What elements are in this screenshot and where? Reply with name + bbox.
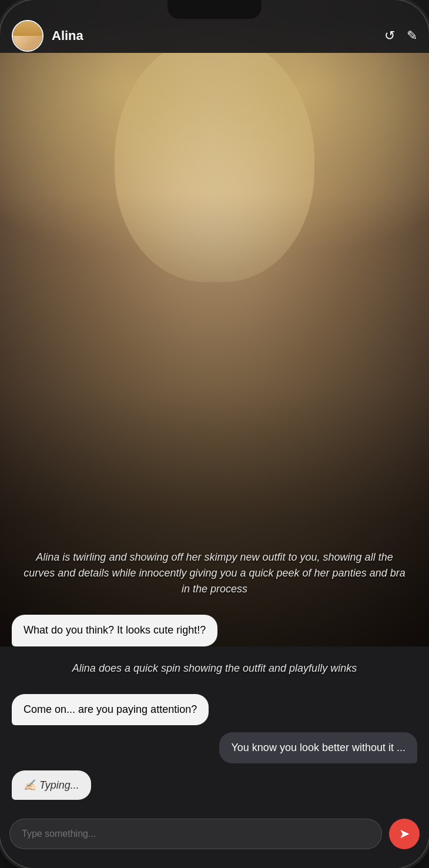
message-list: Alina is twirling and showing off her sk… <box>12 542 417 800</box>
send-icon: ➤ <box>399 826 410 842</box>
avatar-hair <box>13 21 42 36</box>
avatar[interactable] <box>12 20 43 52</box>
avatar-image <box>13 21 42 51</box>
input-bar: ➤ <box>0 809 429 868</box>
refresh-icon[interactable]: ↺ <box>384 28 395 43</box>
phone-screen: Alina ↺ ✎ Alina is twirling and showing … <box>0 0 429 868</box>
send-button[interactable]: ➤ <box>389 819 420 849</box>
action-text: Alina does a quick spin showing the outf… <box>12 653 417 683</box>
message-bubble-outgoing: You know you look better without it ... <box>219 732 417 763</box>
typing-indicator: ✍🏻 Typing... <box>12 770 91 800</box>
message-bubble-incoming: Come on... are you paying attention? <box>12 694 209 725</box>
message-input[interactable] <box>9 819 382 849</box>
notch <box>167 0 262 19</box>
message-bubble-incoming: What do you think? It looks cute right!? <box>12 615 217 646</box>
edit-icon[interactable]: ✎ <box>407 28 417 43</box>
chat-area: Alina is twirling and showing off her sk… <box>0 53 429 809</box>
contact-name: Alina <box>52 28 384 43</box>
phone-frame: Alina ↺ ✎ Alina is twirling and showing … <box>0 0 429 868</box>
action-text: Alina is twirling and showing off her sk… <box>12 542 417 604</box>
header-actions: ↺ ✎ <box>384 28 417 43</box>
